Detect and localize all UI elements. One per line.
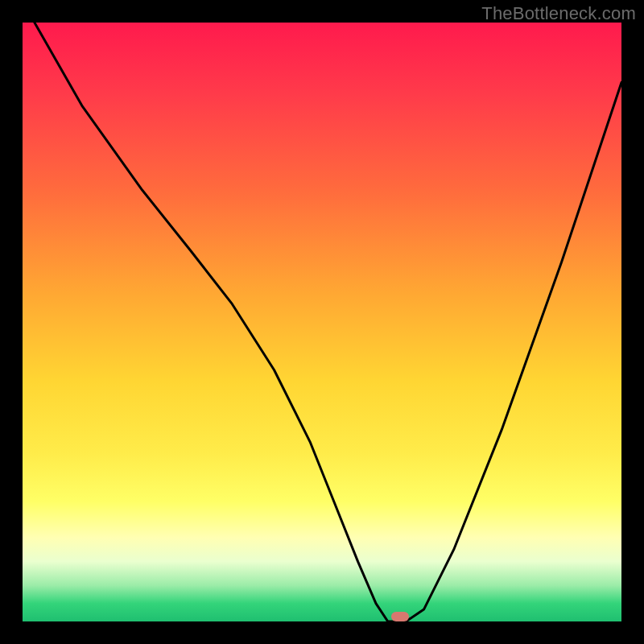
plot-area	[23, 23, 621, 621]
watermark-text: TheBottleneck.com	[481, 3, 636, 24]
chart-frame: TheBottleneck.com	[0, 0, 644, 644]
optimal-marker	[391, 612, 409, 621]
bottleneck-curve	[23, 23, 621, 621]
